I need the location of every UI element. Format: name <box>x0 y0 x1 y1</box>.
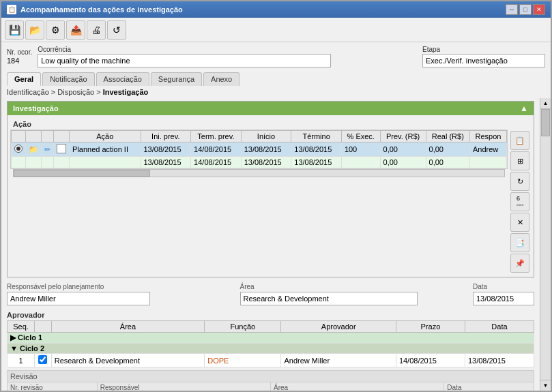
th-term-prev: Term. prev. <box>191 131 242 142</box>
th-checkbox <box>54 131 70 142</box>
scrollbar-thumb-v[interactable] <box>541 109 550 136</box>
window-title: Acompanhamento das ações de investigação <box>20 5 183 14</box>
app-icon: 📋 <box>7 5 16 14</box>
nr-ocor-label: Nr. ocor. <box>7 48 32 56</box>
breadcrumb: Identificação > Disposição > Investigaçã… <box>1 86 551 98</box>
th-radio <box>12 131 26 142</box>
copy-button[interactable]: 📑 <box>510 233 529 252</box>
cycle-1-label: ▶ Ciclo 1 <box>8 333 534 344</box>
row-checkbox[interactable] <box>57 144 66 153</box>
new-record-button[interactable]: 📋 <box>510 131 529 150</box>
number-button[interactable]: 6╌╌ <box>510 192 529 211</box>
cycle-2-expand[interactable]: ▼ Ciclo 2 <box>10 344 44 352</box>
revisao-section: Revisão Nr. revisão Responsável Área Dat… <box>7 370 534 391</box>
settings-button[interactable]: ⚙ <box>46 20 65 40</box>
grid-button[interactable]: ⊞ <box>510 151 529 170</box>
maximize-button[interactable]: □ <box>519 4 532 15</box>
cycle-2-row: ▼ Ciclo 2 <box>8 344 534 354</box>
acao-label: Ação <box>13 120 528 128</box>
td-data-value: 13/08/2015 <box>465 354 534 367</box>
scrollbar-thumb[interactable] <box>14 170 150 177</box>
th-acao: Ação <box>70 131 141 142</box>
investigacao-title: Investigação <box>13 104 59 112</box>
td-check <box>35 354 52 367</box>
td-col2: ✏ <box>42 142 54 157</box>
delete-button[interactable]: ✕ <box>510 213 529 232</box>
revisao-col-area: Área <box>271 382 444 391</box>
table-row[interactable]: 📁 ✏ Planned action II 13/08/2015 14/08/2… <box>12 142 507 157</box>
tab-geral[interactable]: Geral <box>7 72 41 86</box>
toolbar: 💾 📂 ⚙ 📤 🖨 ↺ <box>1 18 551 42</box>
td-acao: Planned action II <box>70 142 141 157</box>
revisao-col-data: Data <box>444 382 534 391</box>
table-header-row: Ação Ini. prev. Term. prev. Início Térmi… <box>12 131 507 142</box>
acao-table: Ação Ini. prev. Term. prev. Início Térmi… <box>11 130 507 168</box>
print-button[interactable]: 🖨 <box>87 20 106 40</box>
pin-button[interactable]: 📌 <box>510 254 529 273</box>
aprovador-section: Aprovador Seq. Área Função Aprovador Pra… <box>7 311 534 367</box>
tab-anexo[interactable]: Anexo <box>203 72 239 86</box>
save-button[interactable]: 💾 <box>5 20 24 40</box>
ocorrencia-input[interactable] <box>38 54 331 67</box>
data-input[interactable] <box>473 292 534 305</box>
planejamento-section: Responsável pelo planejamento Área Data <box>1 280 540 308</box>
revisao-col-responsavel: Responsável <box>98 382 271 391</box>
tab-seguranca[interactable]: Segurança <box>151 72 202 86</box>
breadcrumb-identificacao: Identificação <box>7 88 49 96</box>
etapa-input[interactable] <box>422 54 545 67</box>
refresh-side-button[interactable]: ↻ <box>510 172 529 191</box>
refresh-button[interactable]: ↺ <box>107 20 126 40</box>
td-funcao-value: DOPE <box>205 354 281 367</box>
scroll-up-button[interactable]: ▲ <box>540 98 551 109</box>
th-seq: Seq. <box>8 321 35 333</box>
revisao-header: Revisão <box>8 371 534 382</box>
scroll-down-button[interactable]: ▼ <box>540 380 551 391</box>
aprovador-label: Aprovador <box>7 311 534 319</box>
open-button[interactable]: 📂 <box>25 20 44 40</box>
th-aprovador: Aprovador <box>281 321 396 333</box>
ocorrencia-field: Ocorrência <box>38 46 417 67</box>
th-ini-prev: Ini. prev. <box>141 131 191 142</box>
th-area: Área <box>51 321 205 333</box>
th-prev-rs: Prev. (R$) <box>380 131 426 142</box>
th-termino: Término <box>291 131 342 142</box>
td-inicio: 13/08/2015 <box>241 142 291 157</box>
window-controls: ─ □ ✕ <box>506 4 545 15</box>
tab-notificacao[interactable]: Notificação <box>42 72 94 86</box>
th-check <box>35 321 52 333</box>
main-window: 📋 Acompanhamento das ações de investigaç… <box>0 0 552 392</box>
td-checkbox <box>54 142 70 157</box>
table-scroll-area: Ação Ini. prev. Term. prev. Início Térmi… <box>10 130 508 274</box>
revisao-columns: Nr. revisão Responsável Área Data <box>8 382 534 391</box>
table-with-sidebar: Ação Ini. prev. Term. prev. Início Térmi… <box>10 130 531 274</box>
cycle-1-row: ▶ Ciclo 1 <box>8 333 534 344</box>
right-scrollbar[interactable]: ▲ ▼ <box>540 98 551 391</box>
section-collapse-btn[interactable]: ▲ <box>520 104 528 113</box>
tabs-bar: Geral Notificação Associação Segurança A… <box>1 72 551 86</box>
minimize-button[interactable]: ─ <box>506 4 518 15</box>
export-button[interactable]: 📤 <box>66 20 85 40</box>
cycle-1-expand[interactable]: ▶ Ciclo 1 <box>10 333 42 342</box>
investigacao-section: Investigação ▲ Ação <box>7 101 534 277</box>
close-button[interactable]: ✕ <box>533 4 545 15</box>
investigacao-header: Investigação ▲ <box>8 102 534 115</box>
tab-associacao[interactable]: Associação <box>96 72 149 86</box>
aprovador-table: Seq. Área Função Aprovador Prazo Data <box>7 320 534 367</box>
data-label: Data <box>473 283 534 290</box>
td-radio-empty <box>12 157 26 168</box>
content-layout: Investigação ▲ Ação <box>1 98 551 391</box>
horizontal-scrollbar[interactable] <box>13 169 505 177</box>
area-input[interactable] <box>240 292 418 305</box>
th-responsavel: Respon <box>470 131 507 142</box>
revisao-col-nr: Nr. revisão <box>8 382 98 391</box>
form-row-1: Nr. ocor. 184 Ocorrência Etapa <box>7 46 545 67</box>
table-row[interactable]: 1 Research & Development DOPE Andrew Mil… <box>8 354 534 367</box>
aprovador-checkbox[interactable] <box>38 355 47 364</box>
breadcrumb-investigacao: Investigação <box>103 88 149 96</box>
area-label: Área <box>240 283 468 290</box>
etapa-field: Etapa <box>422 46 545 67</box>
responsavel-planejamento-input[interactable] <box>7 292 150 305</box>
radio-selected[interactable] <box>14 145 23 153</box>
table-row[interactable]: 13/08/2015 14/08/2015 13/08/2015 13/08/2… <box>12 157 507 168</box>
td-seq: 1 <box>8 354 35 367</box>
